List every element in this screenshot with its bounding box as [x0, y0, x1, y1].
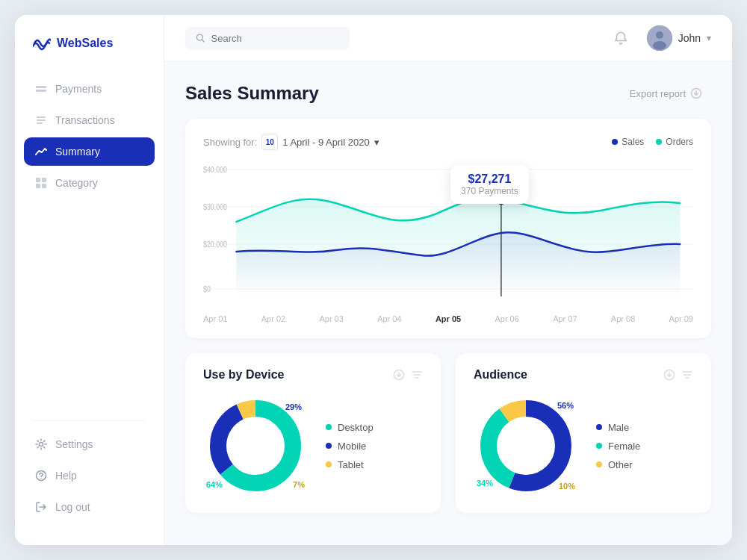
search-icon: [196, 33, 205, 43]
svg-text:$40,000: $40,000: [203, 165, 227, 174]
content-area: Sales Summary Export report Showing for:…: [164, 62, 732, 545]
sidebar-nav: Payments Transactions: [15, 75, 164, 411]
device-legend-mobile: Mobile: [326, 441, 374, 452]
search-input[interactable]: [211, 33, 340, 44]
logo-text: WebSales: [57, 37, 113, 50]
search-box[interactable]: [185, 27, 350, 50]
list-icon: [34, 113, 48, 127]
device-legend-tablet: Tablet: [326, 459, 374, 470]
audience-export-icon[interactable]: [663, 369, 675, 381]
header-right: John ▾: [608, 25, 711, 51]
male-percent: 56%: [557, 401, 574, 410]
grid-icon: [34, 176, 48, 190]
audience-donut: 56% 34% 10%: [474, 393, 578, 498]
svg-point-15: [653, 41, 666, 50]
device-card-actions: [393, 369, 423, 381]
svg-point-34: [500, 420, 552, 472]
svg-rect-3: [37, 119, 46, 121]
audience-card-actions: [663, 369, 693, 381]
svg-rect-6: [42, 178, 46, 182]
page-header: Sales Summary Export report: [185, 83, 711, 104]
sidebar-item-summary[interactable]: Summary: [24, 137, 155, 166]
main-content: John ▾ Sales Summary Export report: [164, 15, 732, 545]
audience-chart-card: Audience: [456, 353, 711, 513]
sidebar-item-logout[interactable]: Log out: [24, 493, 155, 521]
device-legend-desktop: Desktop: [326, 422, 374, 433]
logo-icon: [33, 36, 51, 51]
sidebar-divider: [33, 420, 146, 421]
svg-text:$20,000: $20,000: [203, 240, 227, 249]
app-container: WebSales Payments: [15, 15, 732, 545]
export-icon: [690, 87, 702, 99]
svg-point-27: [500, 198, 503, 202]
other-percent: 10%: [559, 482, 575, 491]
x-axis-labels: Apr 01 Apr 02 Apr 03 Apr 04 Apr 05 Apr 0…: [203, 311, 693, 323]
svg-point-14: [656, 31, 663, 39]
device-chart-card: Use by Device: [185, 353, 441, 513]
gear-icon: [34, 438, 48, 451]
export-button[interactable]: Export report: [621, 83, 711, 104]
date-filter[interactable]: Showing for: 10 1 April - 9 April 2020 ▾: [203, 134, 379, 150]
filter-chevron-icon: ▾: [374, 137, 379, 148]
sidebar-item-payments[interactable]: Payments: [24, 75, 155, 103]
sales-chart-card: Showing for: 10 1 April - 9 April 2020 ▾…: [185, 119, 711, 338]
svg-rect-7: [36, 184, 40, 188]
sales-dot: [612, 139, 618, 145]
help-icon: [34, 469, 48, 482]
audience-donut-section: 56% 34% 10% Male Female: [474, 393, 693, 498]
sidebar-bottom: Settings Help: [15, 430, 164, 524]
device-donut-section: 29% 64% 7% Desktop Mobile: [203, 393, 423, 498]
chart-icon: [34, 145, 48, 158]
calendar-icon: 10: [261, 134, 278, 150]
svg-point-10: [37, 471, 46, 481]
svg-point-9: [40, 443, 43, 447]
bell-icon: [614, 31, 627, 45]
chart-legend: Sales Orders: [612, 137, 693, 147]
device-card-header: Use by Device: [203, 368, 423, 382]
sidebar-item-transactions[interactable]: Transactions: [24, 106, 155, 134]
audience-card-title: Audience: [474, 368, 527, 382]
device-legend: Desktop Mobile Tablet: [326, 422, 374, 470]
legend-orders: Orders: [656, 137, 693, 147]
svg-rect-5: [36, 178, 40, 182]
logout-icon: [34, 500, 48, 514]
chart-controls: Showing for: 10 1 April - 9 April 2020 ▾…: [203, 134, 693, 150]
sidebar-item-help[interactable]: Help: [24, 461, 155, 490]
svg-rect-4: [37, 122, 43, 124]
sidebar-item-settings[interactable]: Settings: [24, 430, 155, 458]
svg-rect-1: [36, 90, 46, 92]
audience-legend-male: Male: [596, 422, 640, 433]
svg-text:$0: $0: [203, 284, 211, 293]
audience-legend-other: Other: [596, 459, 640, 470]
page-title: Sales Summary: [185, 83, 319, 104]
desktop-percent: 29%: [285, 402, 302, 411]
user-name: John: [678, 32, 701, 44]
layers-icon: [34, 82, 48, 96]
tablet-percent: 7%: [293, 480, 305, 489]
mobile-percent: 64%: [206, 480, 223, 489]
device-card-title: Use by Device: [203, 368, 285, 382]
svg-point-11: [40, 478, 42, 479]
audience-filter-icon[interactable]: [681, 369, 693, 381]
sidebar-item-category[interactable]: Category: [24, 169, 155, 197]
svg-point-29: [229, 420, 282, 472]
line-chart-svg: $40,000 $30,000 $20,000 $0: [203, 162, 693, 311]
sidebar: WebSales Payments: [15, 15, 164, 545]
svg-text:$30,000: $30,000: [203, 202, 227, 211]
device-export-icon[interactable]: [393, 369, 405, 381]
svg-rect-8: [42, 184, 46, 188]
user-badge[interactable]: John ▾: [647, 25, 711, 51]
legend-sales: Sales: [612, 137, 644, 147]
audience-legend-female: Female: [596, 441, 640, 452]
audience-legend: Male Female Other: [596, 422, 640, 470]
svg-rect-0: [36, 86, 46, 88]
device-filter-icon[interactable]: [411, 369, 423, 381]
logo: WebSales: [15, 36, 164, 75]
orders-dot: [656, 139, 662, 145]
chart-wrap: $27,271 370 Payments $40,000 $30,000 $20…: [203, 162, 693, 323]
bottom-row: Use by Device: [185, 353, 711, 513]
notification-button[interactable]: [608, 25, 633, 51]
svg-rect-2: [37, 116, 46, 118]
header: John ▾: [164, 15, 732, 62]
avatar: [647, 25, 672, 51]
